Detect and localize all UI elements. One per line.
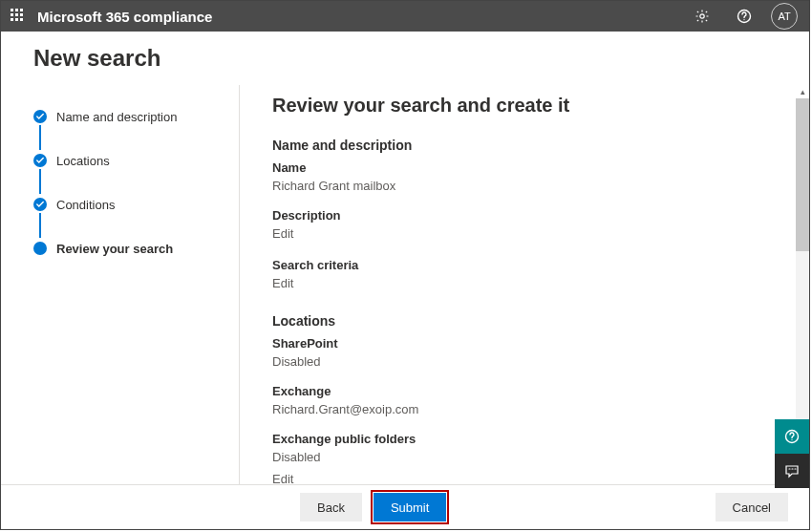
sharepoint-label: SharePoint [272, 336, 780, 351]
svg-point-4 [791, 439, 792, 440]
step-review[interactable]: Review your search [33, 240, 239, 257]
description-label: Description [272, 208, 780, 223]
footer: Back Submit Cancel [1, 484, 809, 529]
step-locations[interactable]: Locations [33, 152, 239, 169]
check-icon [33, 110, 47, 123]
submit-button[interactable]: Submit [374, 493, 446, 521]
scroll-up-icon[interactable]: ▴ [801, 85, 805, 98]
settings-icon[interactable] [687, 1, 717, 32]
exchange-label: Exchange [272, 384, 780, 398]
edit-description-link[interactable]: Edit [272, 226, 780, 241]
feedback-tile[interactable] [775, 454, 809, 488]
current-step-icon [33, 242, 47, 255]
step-label: Review your search [56, 242, 173, 256]
edit-search-criteria-link[interactable]: Edit [272, 276, 780, 290]
name-value: Richard Grant mailbox [272, 179, 780, 193]
step-name-description[interactable]: Name and description [33, 108, 239, 125]
step-label: Name and description [56, 110, 177, 124]
scroll-thumb[interactable] [796, 98, 809, 251]
section-locations: Locations [272, 313, 780, 329]
step-label: Conditions [56, 198, 115, 212]
back-button[interactable]: Back [300, 493, 362, 521]
svg-point-0 [700, 14, 704, 18]
top-bar: Microsoft 365 compliance AT [1, 1, 809, 32]
exchange-public-folders-label: Exchange public folders [272, 432, 780, 446]
step-conditions[interactable]: Conditions [33, 196, 239, 213]
exchange-public-folders-value: Disabled [272, 450, 780, 464]
help-icon[interactable] [729, 1, 759, 32]
right-rail [775, 419, 809, 488]
check-icon [33, 154, 47, 167]
check-icon [33, 198, 47, 211]
avatar[interactable]: AT [771, 3, 798, 30]
wizard-steps: Name and description Locations Condition… [33, 85, 239, 484]
edit-locations-link[interactable]: Edit [272, 472, 780, 484]
search-criteria-label: Search criteria [272, 258, 780, 272]
name-label: Name [272, 160, 780, 175]
page-title: New search [33, 45, 809, 72]
section-name-description: Name and description [272, 138, 780, 153]
svg-point-2 [743, 19, 744, 20]
step-label: Locations [56, 154, 110, 168]
cancel-button[interactable]: Cancel [716, 493, 788, 521]
page-wrap: New search Name and description Location… [1, 32, 809, 484]
main-heading: Review your search and create it [272, 95, 780, 117]
sharepoint-value: Disabled [272, 354, 780, 369]
exchange-value: Richard.Grant@exoip.com [272, 402, 780, 416]
app-launcher-icon[interactable] [11, 9, 26, 24]
avatar-initials: AT [778, 11, 790, 22]
app-title: Microsoft 365 compliance [37, 9, 212, 25]
help-tile[interactable] [775, 419, 809, 454]
main-panel: Review your search and create it Name an… [240, 85, 809, 484]
